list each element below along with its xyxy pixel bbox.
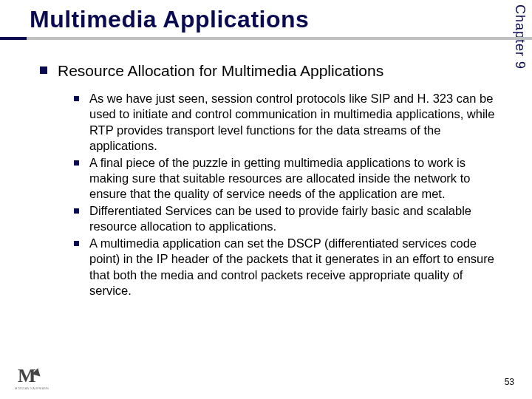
publisher-logo: M MORGAN KAUFMANN <box>15 366 41 389</box>
section-heading: Resource Allocation for Multimedia Appli… <box>58 61 383 81</box>
bullet-list: As we have just seen, session control pr… <box>40 91 495 298</box>
slide-header: Multimedia Applications <box>0 0 532 53</box>
list-item-text: A final piece of the puzzle in getting m… <box>89 155 495 202</box>
list-item: Differentiated Services can be used to p… <box>74 203 495 234</box>
bullet-icon <box>74 208 79 214</box>
bullet-icon <box>74 241 79 246</box>
title-underline <box>0 37 532 40</box>
slide-content: Resource Allocation for Multimedia Appli… <box>0 53 532 299</box>
page-number: 53 <box>505 377 514 387</box>
title-underline-accent <box>0 37 27 40</box>
list-item: A multimedia application can set the DSC… <box>74 236 495 298</box>
list-item-text: As we have just seen, session control pr… <box>89 91 495 153</box>
list-item: As we have just seen, session control pr… <box>74 91 495 153</box>
publisher-name: MORGAN KAUFMANN <box>15 386 49 390</box>
list-item-text: Differentiated Services can be used to p… <box>89 203 495 234</box>
section-block: Resource Allocation for Multimedia Appli… <box>40 61 495 299</box>
bullet-icon <box>74 160 79 166</box>
list-item-text: A multimedia application can set the DSC… <box>89 236 495 298</box>
bullet-icon <box>74 96 79 101</box>
list-item: A final piece of the puzzle in getting m… <box>74 155 495 202</box>
bullet-icon <box>40 66 47 74</box>
slide-title: Multimedia Applications <box>30 6 532 33</box>
